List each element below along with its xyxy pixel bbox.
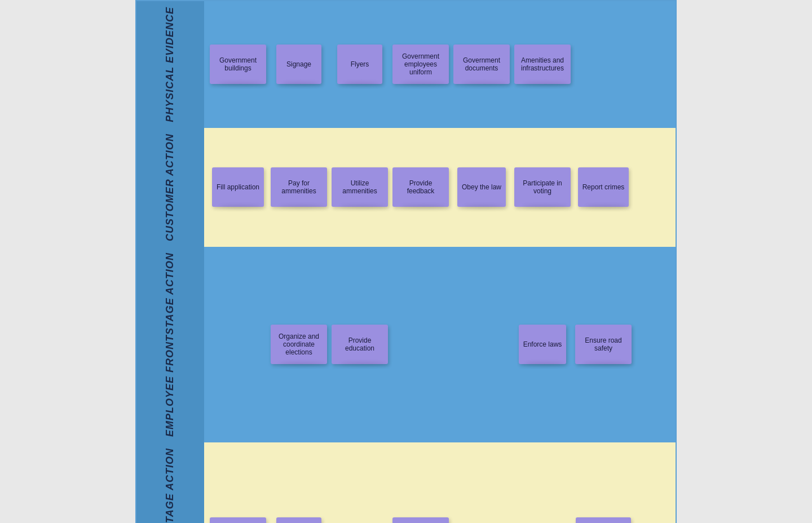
sticky-employee-frontstage-1: Organize and coordinate elections <box>271 325 327 364</box>
sticky-physical-evidence-0: Government buildings <box>210 45 266 84</box>
slot-employee-frontstage-1: Organize and coordinate elections <box>271 325 327 364</box>
slot-employee-frontstage-2: Provide education <box>332 325 388 364</box>
sticky-physical-evidence-4: Government documents <box>453 45 510 84</box>
slot-physical-evidence-4: Government documents <box>453 45 510 84</box>
label-employee-backstage: EMPLOYEE BACKSTAGE ACTION <box>136 442 204 523</box>
sticky-customer-action-6: Report crimes <box>578 167 629 207</box>
sticky-customer-action-2: Utilize ammenities <box>332 167 388 207</box>
row-employee-frontstage: EMPLOYEE FRONTSTAGE ACTIONOrganize and c… <box>136 247 676 442</box>
label-physical-evidence: PHYSICAL EVIDENCE <box>136 1 204 128</box>
row-physical-evidence: PHYSICAL EVIDENCEGovernment buildingsSig… <box>136 1 676 128</box>
slot-physical-evidence-5: Amenities and infrastructures <box>514 45 571 84</box>
slot-customer-action-5: Participate in voting <box>514 167 571 207</box>
sticky-employee-backstage-1: Make laws <box>276 517 321 523</box>
content-physical-evidence: Government buildingsSignageFlyersGovernm… <box>204 1 676 128</box>
label-customer-action: CUSTOMER ACTION <box>136 128 204 247</box>
label-text-employee-backstage: EMPLOYEE BACKSTAGE ACTION <box>165 448 176 523</box>
slot-customer-action-2: Utilize ammenities <box>332 167 388 207</box>
label-text-employee-frontstage: EMPLOYEE FRONTSTAGE ACTION <box>165 252 176 437</box>
sticky-employee-backstage-6: Prepare budget <box>576 517 632 523</box>
sticky-customer-action-0: Fill application <box>212 167 264 207</box>
sticky-physical-evidence-1: Signage <box>276 45 321 84</box>
slot-customer-action-6: Report crimes <box>575 167 632 207</box>
sticky-customer-action-4: Obey the law <box>457 167 506 207</box>
slot-employee-frontstage-5: Enforce laws <box>514 325 571 364</box>
sticky-physical-evidence-5: Amenities and infrastructures <box>514 45 571 84</box>
sticky-customer-action-5: Participate in voting <box>514 167 571 207</box>
slot-employee-backstage-6: Prepare budget <box>575 517 632 523</box>
content-employee-frontstage: Organize and coordinate electionsProvide… <box>204 247 676 442</box>
sticky-physical-evidence-2: Flyers <box>337 45 382 84</box>
slot-physical-evidence-1: Signage <box>271 45 327 84</box>
slot-customer-action-1: Pay for ammenities <box>271 167 327 207</box>
label-text-physical-evidence: PHYSICAL EVIDENCE <box>165 7 176 122</box>
slot-customer-action-3: Provide feedback <box>392 167 449 207</box>
sticky-employee-backstage-0: Receive and process applications <box>210 517 266 523</box>
slot-employee-backstage-3: Receives complaints <box>392 517 449 523</box>
label-text-customer-action: CUSTOMER ACTION <box>165 134 176 241</box>
content-customer-action: Fill applicationPay for ammenitiesUtiliz… <box>204 128 676 247</box>
sticky-customer-action-3: Provide feedback <box>392 167 449 207</box>
slot-employee-frontstage-6: Ensure road safety <box>575 325 632 364</box>
service-blueprint: PHYSICAL EVIDENCEGovernment buildingsSig… <box>135 0 677 523</box>
row-customer-action: CUSTOMER ACTIONFill applicationPay for a… <box>136 128 676 247</box>
slot-customer-action-4: Obey the law <box>453 167 510 207</box>
label-employee-frontstage: EMPLOYEE FRONTSTAGE ACTION <box>136 247 204 442</box>
slot-physical-evidence-3: Government employees uniform <box>392 45 449 84</box>
sticky-employee-backstage-3: Receives complaints <box>392 517 449 523</box>
slot-physical-evidence-2: Flyers <box>332 45 388 84</box>
sticky-physical-evidence-3: Government employees uniform <box>392 45 449 84</box>
slot-employee-backstage-1: Make laws <box>271 517 327 523</box>
slot-physical-evidence-0: Government buildings <box>210 45 266 84</box>
sticky-employee-frontstage-6: Ensure road safety <box>575 325 632 364</box>
slot-customer-action-0: Fill application <box>210 167 266 207</box>
content-employee-backstage: Receive and process applicationsMake law… <box>204 442 676 523</box>
sticky-employee-frontstage-5: Enforce laws <box>519 325 567 364</box>
sticky-employee-frontstage-2: Provide education <box>332 325 388 364</box>
row-employee-backstage: EMPLOYEE BACKSTAGE ACTIONReceive and pro… <box>136 442 676 523</box>
sticky-customer-action-1: Pay for ammenities <box>271 167 327 207</box>
slot-employee-backstage-0: Receive and process applications <box>210 517 266 523</box>
